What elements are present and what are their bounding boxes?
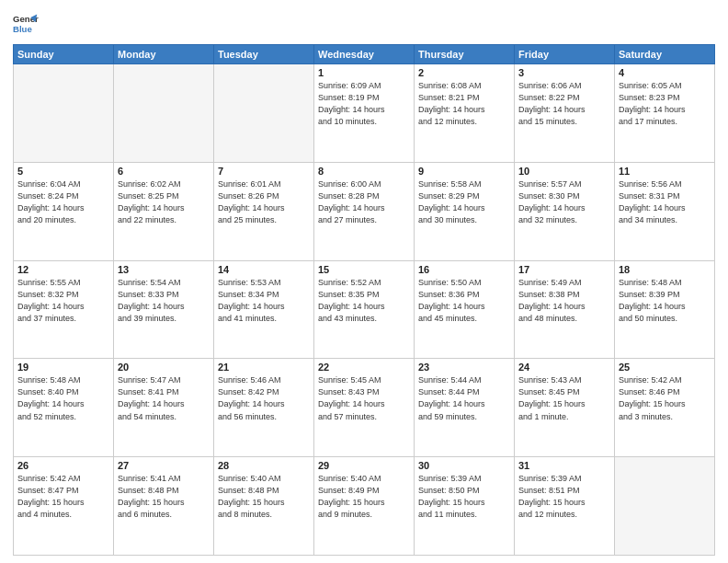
day-number: 28 xyxy=(218,460,310,471)
day-number: 18 xyxy=(619,264,711,275)
day-number: 7 xyxy=(218,166,310,177)
day-info: Sunrise: 6:01 AM Sunset: 8:26 PM Dayligh… xyxy=(218,178,310,226)
calendar-cell: 11Sunrise: 5:56 AM Sunset: 8:31 PM Dayli… xyxy=(615,162,715,260)
weekday-header-tuesday: Tuesday xyxy=(214,45,314,64)
calendar-cell xyxy=(14,64,114,163)
day-info: Sunrise: 5:56 AM Sunset: 8:31 PM Dayligh… xyxy=(619,178,711,226)
day-number: 14 xyxy=(218,264,310,275)
day-number: 16 xyxy=(418,264,510,275)
day-number: 11 xyxy=(619,166,711,177)
weekday-header-wednesday: Wednesday xyxy=(314,45,415,64)
day-info: Sunrise: 5:43 AM Sunset: 8:45 PM Dayligh… xyxy=(518,374,610,422)
calendar-cell: 26Sunrise: 5:42 AM Sunset: 8:47 PM Dayli… xyxy=(14,457,114,556)
day-number: 20 xyxy=(118,362,210,373)
calendar-cell: 24Sunrise: 5:43 AM Sunset: 8:45 PM Dayli… xyxy=(515,359,615,457)
day-info: Sunrise: 5:41 AM Sunset: 8:48 PM Dayligh… xyxy=(118,473,210,521)
day-number: 15 xyxy=(318,264,410,275)
day-number: 17 xyxy=(518,264,610,275)
calendar-cell: 29Sunrise: 5:40 AM Sunset: 8:49 PM Dayli… xyxy=(314,457,415,556)
calendar-cell: 7Sunrise: 6:01 AM Sunset: 8:26 PM Daylig… xyxy=(214,162,314,260)
day-info: Sunrise: 5:58 AM Sunset: 8:29 PM Dayligh… xyxy=(418,178,510,226)
calendar-cell: 12Sunrise: 5:55 AM Sunset: 8:32 PM Dayli… xyxy=(14,260,114,359)
calendar-cell xyxy=(615,457,715,556)
calendar-week-row: 5Sunrise: 6:04 AM Sunset: 8:24 PM Daylig… xyxy=(14,162,715,260)
calendar-cell: 8Sunrise: 6:00 AM Sunset: 8:28 PM Daylig… xyxy=(314,162,415,260)
day-info: Sunrise: 5:42 AM Sunset: 8:46 PM Dayligh… xyxy=(619,374,711,422)
day-number: 26 xyxy=(17,460,109,471)
day-info: Sunrise: 5:54 AM Sunset: 8:33 PM Dayligh… xyxy=(118,277,210,325)
day-info: Sunrise: 5:50 AM Sunset: 8:36 PM Dayligh… xyxy=(418,277,510,325)
calendar-cell: 16Sunrise: 5:50 AM Sunset: 8:36 PM Dayli… xyxy=(415,260,515,359)
day-info: Sunrise: 5:39 AM Sunset: 8:51 PM Dayligh… xyxy=(518,473,610,521)
day-info: Sunrise: 5:49 AM Sunset: 8:38 PM Dayligh… xyxy=(518,277,610,325)
day-number: 1 xyxy=(318,67,410,78)
day-number: 30 xyxy=(418,460,510,471)
weekday-header-thursday: Thursday xyxy=(415,45,515,64)
calendar-cell: 10Sunrise: 5:57 AM Sunset: 8:30 PM Dayli… xyxy=(515,162,615,260)
day-info: Sunrise: 5:47 AM Sunset: 8:41 PM Dayligh… xyxy=(118,374,210,422)
day-number: 21 xyxy=(218,362,310,373)
day-number: 6 xyxy=(118,166,210,177)
calendar-week-row: 19Sunrise: 5:48 AM Sunset: 8:40 PM Dayli… xyxy=(14,359,715,457)
day-info: Sunrise: 5:46 AM Sunset: 8:42 PM Dayligh… xyxy=(218,374,310,422)
calendar-cell: 6Sunrise: 6:02 AM Sunset: 8:25 PM Daylig… xyxy=(114,162,214,260)
day-info: Sunrise: 5:39 AM Sunset: 8:50 PM Dayligh… xyxy=(418,473,510,521)
day-number: 5 xyxy=(17,166,109,177)
day-number: 2 xyxy=(418,67,510,78)
day-number: 25 xyxy=(619,362,711,373)
calendar-cell: 28Sunrise: 5:40 AM Sunset: 8:48 PM Dayli… xyxy=(214,457,314,556)
day-info: Sunrise: 5:55 AM Sunset: 8:32 PM Dayligh… xyxy=(17,277,109,325)
calendar-cell: 19Sunrise: 5:48 AM Sunset: 8:40 PM Dayli… xyxy=(14,359,114,457)
calendar-cell: 5Sunrise: 6:04 AM Sunset: 8:24 PM Daylig… xyxy=(14,162,114,260)
day-info: Sunrise: 5:44 AM Sunset: 8:44 PM Dayligh… xyxy=(418,374,510,422)
calendar-cell: 14Sunrise: 5:53 AM Sunset: 8:34 PM Dayli… xyxy=(214,260,314,359)
day-info: Sunrise: 5:40 AM Sunset: 8:48 PM Dayligh… xyxy=(218,473,310,521)
logo: General Blue xyxy=(13,11,39,37)
calendar-cell: 20Sunrise: 5:47 AM Sunset: 8:41 PM Dayli… xyxy=(114,359,214,457)
calendar-cell: 27Sunrise: 5:41 AM Sunset: 8:48 PM Dayli… xyxy=(114,457,214,556)
day-number: 3 xyxy=(518,67,610,78)
calendar-week-row: 1Sunrise: 6:09 AM Sunset: 8:19 PM Daylig… xyxy=(14,64,715,163)
weekday-header-saturday: Saturday xyxy=(615,45,715,64)
calendar-cell: 21Sunrise: 5:46 AM Sunset: 8:42 PM Dayli… xyxy=(214,359,314,457)
day-number: 27 xyxy=(118,460,210,471)
day-info: Sunrise: 6:02 AM Sunset: 8:25 PM Dayligh… xyxy=(118,178,210,226)
day-number: 8 xyxy=(318,166,410,177)
day-number: 19 xyxy=(17,362,109,373)
day-number: 29 xyxy=(318,460,410,471)
day-number: 31 xyxy=(518,460,610,471)
day-info: Sunrise: 5:48 AM Sunset: 8:39 PM Dayligh… xyxy=(619,277,711,325)
calendar-week-row: 12Sunrise: 5:55 AM Sunset: 8:32 PM Dayli… xyxy=(14,260,715,359)
calendar-cell: 30Sunrise: 5:39 AM Sunset: 8:50 PM Dayli… xyxy=(415,457,515,556)
day-info: Sunrise: 5:40 AM Sunset: 8:49 PM Dayligh… xyxy=(318,473,410,521)
calendar-cell: 3Sunrise: 6:06 AM Sunset: 8:22 PM Daylig… xyxy=(515,64,615,163)
calendar-cell xyxy=(214,64,314,163)
calendar-cell: 4Sunrise: 6:05 AM Sunset: 8:23 PM Daylig… xyxy=(615,64,715,163)
weekday-header-monday: Monday xyxy=(114,45,214,64)
page: General Blue SundayMondayTuesdayWednesda… xyxy=(0,0,728,563)
weekday-header-sunday: Sunday xyxy=(14,45,114,64)
calendar-cell xyxy=(114,64,214,163)
day-info: Sunrise: 6:00 AM Sunset: 8:28 PM Dayligh… xyxy=(318,178,410,226)
day-info: Sunrise: 6:06 AM Sunset: 8:22 PM Dayligh… xyxy=(518,80,610,128)
day-info: Sunrise: 5:45 AM Sunset: 8:43 PM Dayligh… xyxy=(318,374,410,422)
calendar-cell: 13Sunrise: 5:54 AM Sunset: 8:33 PM Dayli… xyxy=(114,260,214,359)
calendar-cell: 2Sunrise: 6:08 AM Sunset: 8:21 PM Daylig… xyxy=(415,64,515,163)
day-info: Sunrise: 5:48 AM Sunset: 8:40 PM Dayligh… xyxy=(17,374,109,422)
calendar-table: SundayMondayTuesdayWednesdayThursdayFrid… xyxy=(13,44,715,556)
day-number: 23 xyxy=(418,362,510,373)
calendar-cell: 17Sunrise: 5:49 AM Sunset: 8:38 PM Dayli… xyxy=(515,260,615,359)
calendar-cell: 15Sunrise: 5:52 AM Sunset: 8:35 PM Dayli… xyxy=(314,260,415,359)
day-info: Sunrise: 5:52 AM Sunset: 8:35 PM Dayligh… xyxy=(318,277,410,325)
svg-text:Blue: Blue xyxy=(13,24,32,34)
calendar-cell: 9Sunrise: 5:58 AM Sunset: 8:29 PM Daylig… xyxy=(415,162,515,260)
day-number: 22 xyxy=(318,362,410,373)
day-number: 12 xyxy=(17,264,109,275)
day-number: 24 xyxy=(518,362,610,373)
day-number: 4 xyxy=(619,67,711,78)
header: General Blue xyxy=(13,11,715,37)
logo-icon: General Blue xyxy=(13,11,39,37)
day-info: Sunrise: 6:04 AM Sunset: 8:24 PM Dayligh… xyxy=(17,178,109,226)
day-number: 9 xyxy=(418,166,510,177)
calendar-cell: 23Sunrise: 5:44 AM Sunset: 8:44 PM Dayli… xyxy=(415,359,515,457)
